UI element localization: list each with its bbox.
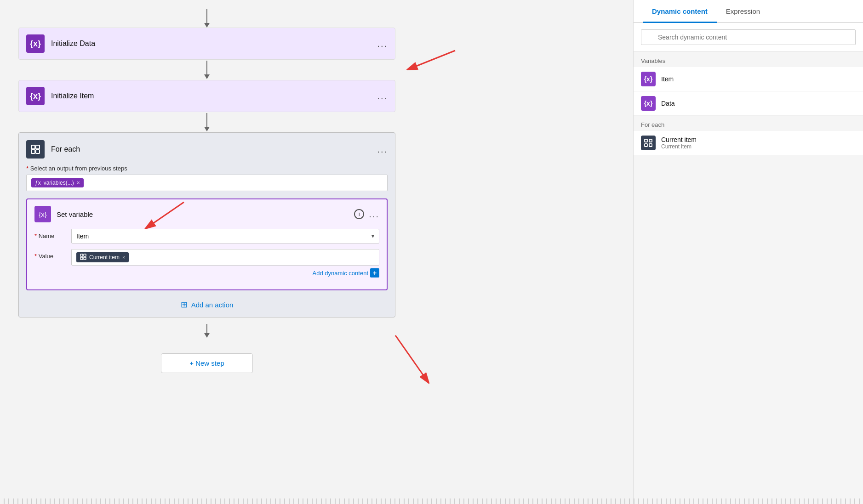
add-dynamic-content: Add dynamic content + [71, 268, 379, 277]
initialize-data-title: Initialize Data [51, 40, 377, 48]
data-variable-icon: {x} [641, 96, 656, 111]
new-step-button[interactable]: + New step [161, 353, 253, 373]
set-variable-icon: {x} [34, 206, 51, 222]
foreach-token-input[interactable]: ƒx variables(...) × [26, 175, 388, 191]
tab-expression[interactable]: Expression [717, 0, 769, 23]
svg-rect-0 [31, 145, 35, 149]
set-variable-title: Set variable [57, 210, 354, 218]
svg-rect-2 [31, 150, 35, 153]
value-field-row: * Value [34, 249, 379, 277]
foreach-icon [26, 140, 45, 159]
token-label: variables(...) [44, 180, 74, 186]
svg-rect-8 [645, 139, 647, 142]
variables-token[interactable]: ƒx variables(...) × [31, 178, 84, 187]
initialize-item-menu[interactable]: ... [377, 91, 388, 102]
name-dropdown[interactable]: Item ▾ [71, 229, 379, 244]
svg-rect-5 [84, 254, 86, 256]
add-dynamic-label: Add dynamic content [313, 270, 368, 277]
panel-item-item[interactable]: {x} Item [634, 67, 863, 91]
data-variable-text: Data [661, 100, 856, 107]
svg-rect-3 [36, 150, 40, 153]
set-variable-actions: i ... [354, 209, 379, 220]
initialize-item-title: Initialize Item [51, 92, 377, 100]
item-variable-name: Item [661, 75, 856, 83]
panel-content: Variables {x} Item {x} Data For each [634, 52, 863, 504]
add-action-button[interactable]: ⊞ Add an action [26, 300, 388, 310]
dropdown-arrow-icon: ▾ [371, 233, 374, 239]
token-fx-icon: ƒx [35, 180, 41, 186]
arrow-connector-top [204, 9, 210, 28]
value-input-wrapper: Current item × Add dynamic content + [71, 249, 379, 277]
set-variable-card: {x} Set variable i ... * Name Item [26, 198, 388, 290]
svg-rect-9 [649, 139, 652, 142]
red-arrow-1 [391, 46, 460, 74]
panel-item-current-item[interactable]: Current item Current item [634, 131, 863, 155]
panel-tabs: Dynamic content Expression [634, 0, 863, 23]
wavy-border [0, 498, 863, 504]
initialize-item-icon: {x} [26, 87, 45, 105]
svg-rect-10 [645, 144, 647, 147]
name-value: Item [76, 232, 89, 240]
current-item-close-icon[interactable]: × [122, 255, 125, 260]
initialize-item-card[interactable]: {x} Initialize Item ... [18, 80, 395, 112]
current-item-label: Current item [89, 254, 120, 260]
add-dynamic-link[interactable]: Add dynamic content + [313, 268, 379, 277]
svg-rect-6 [80, 257, 83, 260]
red-arrow-2 [120, 198, 193, 234]
value-label: * Value [34, 249, 71, 260]
current-item-panel-text: Current item Current item [661, 136, 856, 150]
canvas: {x} Initialize Data ... {x} Initialize I… [0, 0, 863, 504]
item-variable-icon: {x} [641, 72, 656, 86]
svg-rect-7 [84, 257, 86, 260]
variables-section-label: Variables [634, 52, 863, 67]
foreach-section-label: For each [634, 116, 863, 131]
arrow-connector-2 [204, 113, 210, 131]
foreach-menu[interactable]: ... [377, 144, 388, 155]
add-dynamic-btn-icon[interactable]: + [370, 268, 379, 277]
current-item-token-icon [80, 254, 86, 261]
add-action-icon: ⊞ [181, 300, 188, 310]
foreach-container: For each ... * Select an output from pre… [18, 132, 395, 317]
current-item-panel-icon [641, 136, 656, 150]
current-item-panel-name: Current item [661, 136, 856, 143]
red-arrow-3 [377, 331, 437, 391]
current-item-panel-desc: Current item [661, 143, 856, 150]
search-wrapper: 🔍 [641, 29, 856, 45]
panel-search-area: 🔍 [634, 23, 863, 52]
add-action-label: Add an action [191, 301, 234, 309]
flow-area: {x} Initialize Data ... {x} Initialize I… [0, 0, 414, 504]
initialize-data-card[interactable]: {x} Initialize Data ... [18, 28, 395, 60]
data-variable-name: Data [661, 100, 856, 107]
current-item-token[interactable]: Current item × [76, 252, 129, 262]
tab-dynamic-content[interactable]: Dynamic content [643, 0, 717, 23]
initialize-data-icon: {x} [26, 34, 45, 53]
arrow-connector-1 [204, 61, 210, 79]
search-input[interactable] [641, 29, 856, 45]
dynamic-panel: Dynamic content Expression 🔍 Variables {… [633, 0, 863, 504]
foreach-header: For each ... [26, 140, 388, 159]
info-icon[interactable]: i [354, 209, 364, 219]
name-label: * Name [34, 229, 71, 239]
svg-rect-11 [649, 144, 652, 147]
item-variable-text: Item [661, 75, 856, 83]
token-close-icon[interactable]: × [77, 180, 80, 186]
svg-rect-1 [36, 145, 40, 149]
foreach-select-label: * Select an output from previous steps [26, 165, 388, 172]
set-variable-header: {x} Set variable i ... [34, 206, 379, 222]
new-step-label: + New step [189, 359, 224, 367]
foreach-title: For each [51, 145, 377, 153]
arrow-connector-3 [204, 324, 210, 342]
initialize-data-menu[interactable]: ... [377, 39, 388, 49]
name-input-wrapper: Item ▾ [71, 229, 379, 244]
name-field-row: * Name Item ▾ [34, 229, 379, 244]
svg-rect-4 [80, 254, 83, 256]
value-input[interactable]: Current item × [71, 249, 379, 266]
panel-item-data[interactable]: {x} Data [634, 91, 863, 116]
set-variable-menu[interactable]: ... [369, 209, 379, 220]
